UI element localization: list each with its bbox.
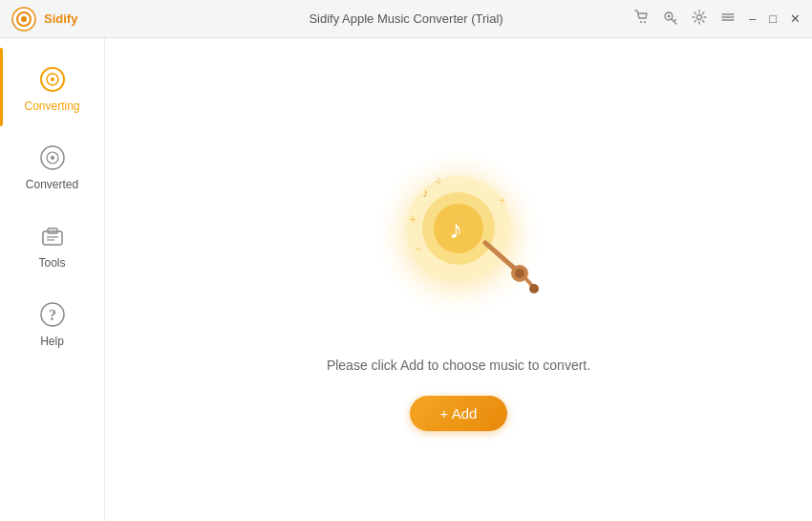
sidebar-item-converting-label: Converting xyxy=(24,99,79,113)
svg-point-16 xyxy=(51,156,54,160)
sidebar-item-help-label: Help xyxy=(40,335,64,348)
content-area: ♪ ♪ ♫ + + + · Please click Add to choose… xyxy=(105,38,812,521)
svg-text:♫: ♫ xyxy=(435,175,442,185)
minimize-button[interactable]: – xyxy=(749,12,756,25)
sidebar-item-tools-label: Tools xyxy=(38,256,65,270)
sidebar-item-converted[interactable]: Converted xyxy=(0,126,104,205)
title-bar-controls: – □ ✕ xyxy=(634,10,801,28)
svg-text:?: ? xyxy=(49,307,56,323)
sidebar: Converting Converted Tools xyxy=(0,38,105,521)
svg-text:+: + xyxy=(409,211,417,227)
sidebar-item-converting[interactable]: Converting xyxy=(0,48,104,126)
svg-point-4 xyxy=(644,21,646,23)
svg-point-2 xyxy=(21,16,27,22)
app-logo-icon xyxy=(11,7,36,32)
help-icon: ? xyxy=(38,300,67,329)
prompt-text: Please click Add to choose music to conv… xyxy=(327,358,590,373)
converting-icon xyxy=(38,65,67,94)
gear-icon[interactable] xyxy=(692,10,707,28)
cart-icon[interactable] xyxy=(634,10,650,28)
svg-text:♪: ♪ xyxy=(449,214,462,244)
svg-point-38 xyxy=(529,284,539,293)
svg-text:·: · xyxy=(495,229,498,240)
tools-icon xyxy=(38,222,67,250)
converted-icon xyxy=(38,143,67,172)
close-button[interactable]: ✕ xyxy=(790,12,801,25)
svg-point-13 xyxy=(51,77,54,81)
svg-text:+: + xyxy=(416,244,421,254)
svg-text:♪: ♪ xyxy=(422,185,429,200)
svg-point-3 xyxy=(640,21,642,23)
key-icon[interactable] xyxy=(663,10,678,28)
window-title: Sidify Apple Music Converter (Trial) xyxy=(309,11,502,26)
sidebar-item-help[interactable]: ? Help xyxy=(0,283,104,361)
sidebar-item-converted-label: Converted xyxy=(26,178,78,191)
svg-point-6 xyxy=(667,15,670,18)
music-illustration: ♪ ♪ ♫ + + + · xyxy=(353,128,564,338)
svg-point-36 xyxy=(515,269,524,278)
add-button[interactable]: + Add xyxy=(410,396,508,431)
svg-point-7 xyxy=(696,15,701,20)
title-bar-left: Sidify xyxy=(11,7,77,32)
sidebar-item-tools[interactable]: Tools xyxy=(0,205,104,283)
app-name: Sidify xyxy=(44,11,77,26)
title-bar: Sidify Sidify Apple Music Converter (Tri… xyxy=(0,0,812,38)
menu-icon[interactable] xyxy=(720,10,736,28)
main-layout: Converting Converted Tools xyxy=(0,38,812,521)
svg-text:+: + xyxy=(499,194,505,207)
maximize-button[interactable]: □ xyxy=(769,12,777,25)
